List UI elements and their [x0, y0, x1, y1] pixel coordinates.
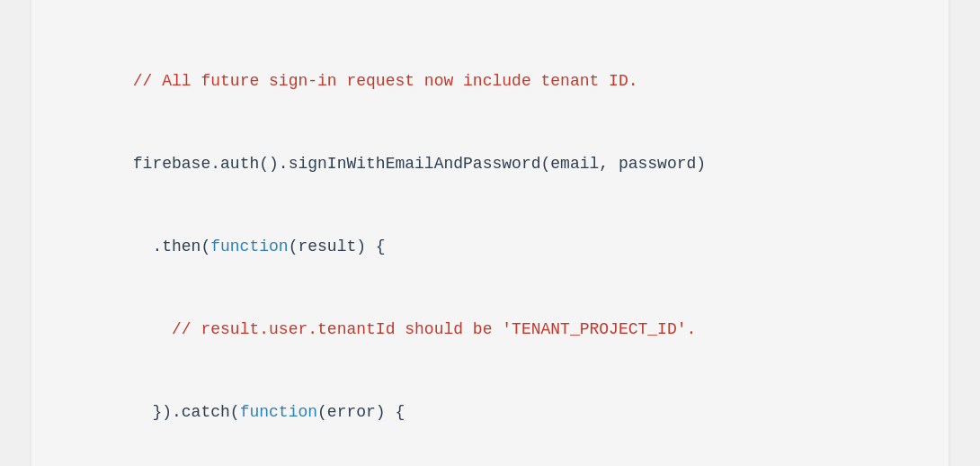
line-6: // result.user.tenantId should be 'TENAN…: [75, 288, 905, 371]
empty-line-1: [75, 13, 905, 40]
code-container: // Set the tenant ID on Auth instance. f…: [31, 0, 949, 466]
line-4: firebase.auth().signInWithEmailAndPasswo…: [75, 123, 905, 206]
code-line-4: firebase.auth().signInWithEmailAndPasswo…: [133, 155, 706, 173]
keyword-2: function: [240, 403, 317, 421]
keyword-1: function: [210, 237, 288, 255]
code-line-7: }).catch(function(error) {: [152, 403, 405, 421]
line-3: // All future sign-in request now includ…: [75, 40, 905, 123]
code-block: // Set the tenant ID on Auth instance. f…: [75, 0, 905, 466]
comment-2: // All future sign-in request now includ…: [133, 72, 638, 90]
comment-3: // result.user.tenantId should be 'TENAN…: [172, 320, 696, 338]
line-8: // Handle error.: [75, 453, 905, 466]
line-5: .then(function(result) {: [75, 205, 905, 288]
line-7: }).catch(function(error) {: [75, 371, 905, 453]
code-line-5: .then(function(result) {: [152, 237, 385, 255]
line-2: firebase.auth().tenantId = 'TENANT_PROJE…: [75, 0, 905, 13]
